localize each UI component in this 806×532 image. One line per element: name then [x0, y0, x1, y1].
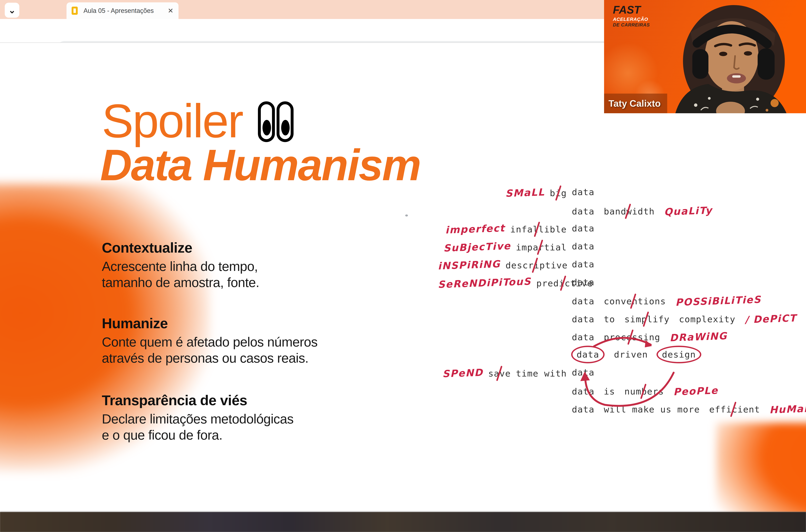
manifesto-row: imperfectinfallible data [433, 223, 806, 240]
section-humanize: Humanize Conte quem é afetado pelos núme… [102, 315, 424, 366]
manifesto-row: SeReNDiPiTouSpredictive data [433, 277, 806, 294]
section-heading: Contextualize [102, 240, 424, 256]
orange-blob-bottom-right [716, 423, 806, 512]
google-slides-icon [72, 6, 78, 15]
section-body-line: tamanho de amostra, fonte. [102, 274, 424, 290]
section-body-line: Declare limitações metodológicas [102, 411, 424, 427]
slide-title-line2: Data Humanism [100, 143, 420, 187]
section-transparencia: Transparência de viés Declare limitações… [102, 392, 424, 443]
manifesto-row: datadrivendesign [433, 349, 806, 366]
section-body-line: através de personas ou casos reais. [102, 350, 424, 366]
webcam-overlay: FAST ACELERAÇÃO DE CARREIRAS [604, 0, 806, 113]
manifesto-row: iNSPiRiNGdescriptive data [433, 259, 806, 276]
tab-search-button[interactable]: ⌄ [5, 3, 19, 18]
section-body-line: Conte quem é afetado pelos números [102, 334, 424, 350]
speaker-name-tag: Taty Calixto [604, 94, 667, 113]
section-heading: Humanize [102, 315, 424, 331]
dust-speck [405, 214, 408, 216]
section-heading: Transparência de viés [102, 392, 424, 408]
manifesto-row: dataconventionsPOSSiBiLiTieS [433, 295, 806, 312]
browser-tab[interactable]: Aula 05 - Apresentações ✕ [67, 2, 179, 19]
manifesto-row: SPeNDsavetime with data [433, 367, 806, 384]
tab-title: Aula 05 - Apresentações [84, 7, 164, 14]
manifesto-row: databandwidthQuaLiTy [433, 205, 806, 222]
manifesto-row: datatosimplifycomplexity/ DePiCT [433, 313, 806, 330]
googly-eyes-icon [258, 101, 294, 142]
screen: ⌄ Aula 05 - Apresentações ✕ [0, 0, 806, 532]
slide-title-line1: Spoiler [102, 97, 243, 145]
manifesto-row: datawill make us moreefficientHuMaN. [433, 403, 806, 420]
manifesto-row: dataprocessingDRaWiNG [433, 331, 806, 348]
section-contextualize: Contextualize Acrescente linha do tempo,… [102, 240, 424, 290]
speaker-name: Taty Calixto [608, 98, 661, 109]
manifesto-row: SMaLLbig data [433, 187, 806, 204]
bottom-dark-bar [0, 512, 806, 532]
slide-title-row: Spoiler [102, 97, 294, 145]
section-body-line: Acrescente linha do tempo, [102, 259, 424, 274]
tab-close-icon[interactable]: ✕ [168, 7, 173, 15]
chevron-down-icon: ⌄ [8, 5, 16, 15]
manifesto-row: SuBjecTiveimpartial data [433, 241, 806, 258]
manifesto-row: dataisnumbersPeoPLe [433, 385, 806, 402]
section-body-line: e o que ficou de fora. [102, 427, 424, 443]
manifesto-figure: SMaLLbig data databandwidthQuaLiTy imper… [433, 180, 806, 435]
slide-canvas: Spoiler Data Humanism Contextualize Acre… [0, 43, 806, 512]
